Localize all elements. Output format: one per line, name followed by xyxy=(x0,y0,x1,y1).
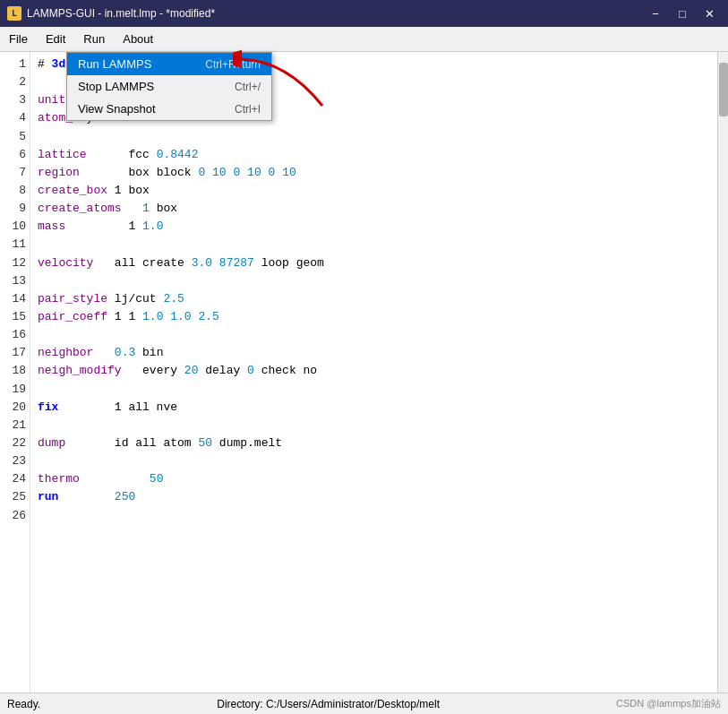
title-controls: − □ ✕ xyxy=(644,4,721,22)
code-area[interactable]: # 3d units lj atom_style atomic lattice … xyxy=(30,52,717,692)
status-left: Ready. xyxy=(7,698,40,710)
menu-about[interactable]: About xyxy=(114,27,162,51)
scrollbar[interactable] xyxy=(717,52,728,692)
run-lammps-label: Run LAMMPS xyxy=(78,57,151,71)
menu-run[interactable]: Run xyxy=(74,27,114,51)
minimize-button[interactable]: − xyxy=(644,4,667,22)
menu-bar: File Edit Run About Run LAMMPS Ctrl+Retu… xyxy=(0,27,728,52)
stop-lammps-shortcut: Ctrl+/ xyxy=(235,81,261,93)
status-center: Directory: C:/Users/Administrator/Deskto… xyxy=(217,698,440,710)
status-right: CSDN @lammps加油站 xyxy=(616,697,721,710)
editor: 1 2 3 4 5 6 7 8 9 10 11 12 13 14 15 16 1… xyxy=(0,52,728,692)
maximize-button[interactable]: □ xyxy=(671,4,694,22)
title-bar: L LAMMPS-GUI - in.melt.lmp - *modified* … xyxy=(0,0,728,27)
view-snapshot-item[interactable]: View Snapshot Ctrl+I xyxy=(67,98,271,120)
menu-file[interactable]: File xyxy=(0,27,37,51)
scrollbar-thumb[interactable] xyxy=(719,63,728,116)
stop-lammps-item[interactable]: Stop LAMMPS Ctrl+/ xyxy=(67,75,271,98)
title-bar-left: L LAMMPS-GUI - in.melt.lmp - *modified* xyxy=(7,6,215,21)
run-lammps-shortcut: Ctrl+Return xyxy=(205,58,261,71)
view-snapshot-shortcut: Ctrl+I xyxy=(235,103,261,116)
view-snapshot-label: View Snapshot xyxy=(78,102,156,116)
close-button[interactable]: ✕ xyxy=(698,4,721,22)
status-bar: Ready. Directory: C:/Users/Administrator… xyxy=(0,692,728,714)
title-text: LAMMPS-GUI - in.melt.lmp - *modified* xyxy=(27,7,215,20)
run-lammps-item[interactable]: Run LAMMPS Ctrl+Return xyxy=(67,53,271,75)
app-icon: L xyxy=(7,6,21,21)
line-numbers: 1 2 3 4 5 6 7 8 9 10 11 12 13 14 15 16 1… xyxy=(0,52,30,692)
stop-lammps-label: Stop LAMMPS xyxy=(78,80,154,93)
menu-edit[interactable]: Edit xyxy=(37,27,74,51)
run-dropdown: Run LAMMPS Ctrl+Return Stop LAMMPS Ctrl+… xyxy=(66,52,272,121)
